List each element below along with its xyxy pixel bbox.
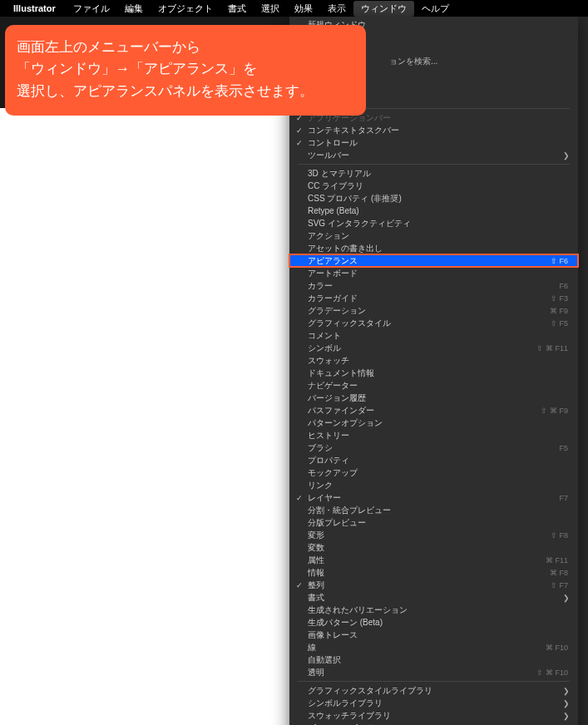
menu-context-taskbar[interactable]: ✓コンテキストタスクバー bbox=[289, 124, 578, 136]
menu-graphic-style-libraries[interactable]: グラフィックスタイルライブラリ❯ bbox=[289, 684, 578, 697]
menu-control[interactable]: ✓コントロール bbox=[289, 136, 578, 149]
instruction-callout: 画面左上のメニューバーから 「ウィンドウ」→「アピアランス」を 選択し、アピアラ… bbox=[5, 25, 366, 116]
menu-generative-pattern[interactable]: 生成パターン (Beta) bbox=[289, 616, 578, 629]
right-panel-edge bbox=[578, 17, 588, 725]
menu-flattener-preview[interactable]: 分割・統合プレビュー bbox=[289, 504, 578, 516]
menu-graphic-styles[interactable]: グラフィックスタイル⇧ F5 bbox=[289, 317, 578, 329]
menu-color[interactable]: カラーF6 bbox=[289, 279, 578, 292]
window-menu-dropdown: 新規ウィンドウ ✓アプリケーションバー ✓コンテキストタスクバー ✓コントロール… bbox=[289, 17, 578, 725]
menu-variables[interactable]: 変数 bbox=[289, 541, 578, 554]
menu-links[interactable]: リンク bbox=[289, 479, 578, 491]
menu-swatches[interactable]: スウォッチ bbox=[289, 354, 578, 367]
menu-appearance[interactable]: アピアランス⇧ F6 bbox=[289, 254, 578, 267]
menu-history[interactable]: ヒストリー bbox=[289, 429, 578, 441]
menu-pattern-options[interactable]: パターンオプション bbox=[289, 417, 578, 429]
menu-cc-libraries[interactable]: CC ライブラリ bbox=[289, 180, 578, 192]
menu-toolbar[interactable]: ツールバー❯ bbox=[289, 149, 578, 161]
menu-file[interactable]: ファイル bbox=[66, 1, 117, 17]
menu-color-guide[interactable]: カラーガイド⇧ F3 bbox=[289, 292, 578, 304]
menu-align[interactable]: ✓整列⇧ F7 bbox=[289, 579, 578, 591]
menu-3d-material[interactable]: 3D とマテリアル bbox=[289, 167, 578, 180]
menu-navigator[interactable]: ナビゲーター bbox=[289, 379, 578, 392]
menu-info[interactable]: 情報⌘ F8 bbox=[289, 566, 578, 579]
menu-help[interactable]: ヘルプ bbox=[414, 1, 457, 17]
menu-stroke[interactable]: 線⌘ F10 bbox=[289, 641, 578, 653]
menu-magic-wand[interactable]: 自動選択 bbox=[289, 653, 578, 666]
callout-line: 「ウィンドウ」→「アピアランス」を bbox=[17, 58, 354, 80]
menu-transparency[interactable]: 透明⇧ ⌘ F10 bbox=[289, 666, 578, 678]
menu-edit[interactable]: 編集 bbox=[117, 1, 151, 17]
menu-effect[interactable]: 効果 bbox=[287, 1, 320, 17]
callout-line: 選択し、アピアランスパネルを表示させます。 bbox=[17, 81, 354, 102]
menu-symbols[interactable]: シンボル⇧ ⌘ F11 bbox=[289, 342, 578, 354]
separator bbox=[298, 681, 570, 682]
menu-attributes[interactable]: 属性⌘ F11 bbox=[289, 554, 578, 566]
menu-generated-variations[interactable]: 生成されたバリエーション bbox=[289, 604, 578, 616]
menu-type-submenu[interactable]: 書式❯ bbox=[289, 591, 578, 604]
chevron-right-icon: ❯ bbox=[563, 594, 570, 602]
menu-actions[interactable]: アクション bbox=[289, 229, 578, 242]
menu-swatch-libraries[interactable]: スウォッチライブラリ❯ bbox=[289, 709, 578, 722]
menu-pathfinder[interactable]: パスファインダー⇧ ⌘ F9 bbox=[289, 404, 578, 417]
menu-retype[interactable]: Retype (Beta) bbox=[289, 205, 578, 217]
menu-brush-libraries[interactable]: ブラシライブラリ❯ bbox=[289, 722, 578, 725]
menu-image-trace[interactable]: 画像トレース bbox=[289, 629, 578, 641]
menu-svg-interactivity[interactable]: SVG インタラクティビティ bbox=[289, 217, 578, 229]
menu-brushes[interactable]: ブラシF5 bbox=[289, 441, 578, 454]
menu-version-history[interactable]: バージョン履歴 bbox=[289, 392, 578, 404]
menu-css-properties[interactable]: CSS プロパティ (非推奨) bbox=[289, 192, 578, 205]
canvas-area bbox=[0, 108, 289, 725]
menu-artboards[interactable]: アートボード bbox=[289, 267, 578, 279]
menu-layers[interactable]: ✓レイヤーF7 bbox=[289, 491, 578, 504]
menu-comments[interactable]: コメント bbox=[289, 329, 578, 342]
menu-symbol-libraries[interactable]: シンボルライブラリ❯ bbox=[289, 697, 578, 709]
menu-type[interactable]: 書式 bbox=[220, 1, 254, 17]
menu-window[interactable]: ウィンドウ bbox=[353, 1, 414, 17]
menu-transform[interactable]: 変形⇧ F8 bbox=[289, 529, 578, 541]
menu-properties[interactable]: プロパティ bbox=[289, 454, 578, 466]
chevron-right-icon: ❯ bbox=[563, 699, 570, 708]
menubar: Illustrator ファイル 編集 オブジェクト 書式 選択 効果 表示 ウ… bbox=[0, 0, 588, 17]
menu-mockup[interactable]: モックアップ bbox=[289, 466, 578, 479]
separator bbox=[298, 164, 570, 165]
search-placeholder-fragment: ョンを検索... bbox=[389, 56, 437, 67]
menu-separations-preview[interactable]: 分版プレビュー bbox=[289, 516, 578, 529]
menu-document-info[interactable]: ドキュメント情報 bbox=[289, 367, 578, 379]
callout-line: 画面左上のメニューバーから bbox=[17, 37, 354, 58]
chevron-right-icon: ❯ bbox=[563, 687, 570, 695]
app-name[interactable]: Illustrator bbox=[13, 3, 56, 13]
menu-select[interactable]: 選択 bbox=[254, 1, 287, 17]
chevron-right-icon: ❯ bbox=[563, 151, 570, 160]
menu-asset-export[interactable]: アセットの書き出し bbox=[289, 242, 578, 254]
chevron-right-icon: ❯ bbox=[563, 712, 570, 720]
menu-gradient[interactable]: グラデーション⌘ F9 bbox=[289, 304, 578, 317]
menu-view[interactable]: 表示 bbox=[320, 1, 353, 17]
menu-object[interactable]: オブジェクト bbox=[151, 1, 220, 17]
